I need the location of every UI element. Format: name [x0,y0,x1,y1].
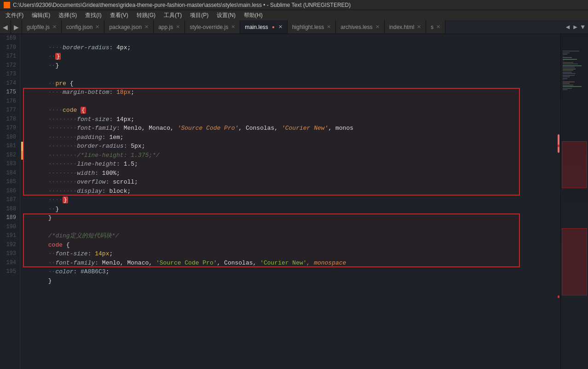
tab-close[interactable]: ✕ [375,24,380,30]
code-line-190[interactable]: /*ding定义的短代码块*/ [27,223,554,232]
minimap-highlight-1 [562,141,587,188]
line-num-182: 182 [2,151,16,160]
app-icon [4,2,10,8]
code-line-186[interactable]: ····} [27,187,554,196]
ml18 [563,78,567,79]
tab-scroll-right[interactable]: ▶ [572,23,578,31]
menu-select[interactable]: 选择(S) [55,11,81,20]
line-num-177: 177 [2,106,16,115]
code-line-173[interactable]: ··pre { [27,70,554,79]
tab-close[interactable]: ✕ [95,24,99,30]
menu-edit[interactable]: 编辑(E) [28,11,54,20]
tab-close[interactable]: ✕ [417,24,421,30]
code-line-184[interactable]: ········overflow: scroll; [27,169,554,178]
tab-package[interactable]: package.json ✕ [104,20,154,34]
tab-dropdown[interactable]: ▼ [580,23,586,31]
code-line-171[interactable]: ··} [27,52,554,61]
menu-help[interactable]: 帮助(H) [240,11,266,20]
scroll-error2 [558,295,559,298]
code-line-170[interactable]: ··} [27,43,554,52]
menu-view[interactable]: 查看(V) [106,11,132,20]
tab-highlightless[interactable]: highlight.less ✕ [288,20,336,34]
tab-label: style-override.js [190,24,228,30]
tab-close[interactable]: ✕ [436,24,440,30]
code-line-193[interactable]: ··font-family: Menlo, Monaco, 'Source Co… [27,249,554,259]
code-lines[interactable]: ····border-radius: 4px; ··} ··} ··pre { … [23,34,554,369]
line-num-170: 170 [2,43,16,52]
tab-close[interactable]: ✕ [52,24,57,30]
code-line-169[interactable]: ····border-radius: 4px; [27,34,554,43]
menu-tools[interactable]: 工具(T) [160,11,185,20]
tab-close[interactable]: ✕ [144,24,149,30]
tab-close[interactable]: ✕ [176,24,180,30]
line-num-184: 184 [2,169,16,178]
ml16 [563,75,575,76]
menu-find[interactable]: 查找(I) [81,11,105,20]
code-line-176[interactable]: ····code { [27,97,554,106]
ml17 [563,76,570,77]
code-line-181[interactable]: ········/*line-height: 1.375;*/ [27,142,554,151]
ml20 [563,81,575,82]
menu-project[interactable]: 项目(P) [186,11,212,20]
menu-settings[interactable]: 设置(N) [213,11,239,20]
title-text: C:\Users\92306\Documents\Gridea\themes\g… [13,2,351,8]
line-num-183: 183 [2,160,16,169]
tab-gulpfile[interactable]: gulpfile.js ✕ [22,20,62,34]
tab-next-button[interactable]: ▶ [11,20,22,34]
line-num-178: 178 [2,115,16,124]
tab-appjs[interactable]: app.js ✕ [154,20,185,34]
ml10 [563,65,582,66]
code-line-189[interactable] [27,213,554,223]
tab-end-buttons: ◀ ▶ ▼ [563,20,588,34]
line-num-187: 187 [2,196,16,205]
line-num-194: 194 [2,259,16,268]
tab-config[interactable]: config.json ✕ [62,20,104,34]
ml7 [563,60,564,61]
code-line-192[interactable]: ··font-size: 14px; [27,241,554,250]
code-line-178[interactable]: ········font-family: Menlo, Monaco, 'Sou… [27,115,554,124]
menu-goto[interactable]: 转跳(G) [133,11,159,20]
code-line-185[interactable]: ········display: block; [27,178,554,187]
tab-close[interactable]: ✕ [327,24,331,30]
minimap[interactable] [560,34,588,369]
line-num-188: 188 [2,205,16,214]
code-line-188[interactable]: } [27,205,554,214]
menu-bar: 文件(F) 编辑(E) 选择(S) 查找(I) 查看(V) 转跳(G) 工具(T… [0,10,588,20]
line-num-174: 174 [2,79,16,88]
code-line-174[interactable]: ····margin-bottom: 18px; [27,79,554,88]
tab-styleoverride[interactable]: style-override.js ✕ [185,20,240,34]
code-line-194[interactable]: ··color: #A8B6C3; [27,259,554,268]
ml12 [563,69,576,69]
tab-mainless[interactable]: main.less ● ✕ [240,20,288,34]
ml24 [563,88,572,89]
tab-s[interactable]: s ✕ [426,20,445,34]
tab-indexhtml[interactable]: index.html ✕ [385,20,427,34]
tab-scroll-left[interactable]: ◀ [565,23,571,31]
right-scrollbar[interactable] [554,34,560,369]
code-line-182[interactable]: ········line-height: 1.5; [27,151,554,160]
code-line-180[interactable]: ········border-radius: 5px; [27,133,554,142]
menu-file[interactable]: 文件(F) [2,11,27,20]
line-num-195: 195 [2,267,16,277]
tab-prev-button[interactable]: ◀ [0,20,11,34]
ml4 [563,56,564,57]
code-line-195[interactable]: } [27,267,554,277]
ml6 [563,59,577,60]
ml3 [563,54,567,55]
scroll-pos [558,134,559,153]
code-line-187[interactable]: ··} [27,196,554,205]
ml1 [563,51,579,52]
code-line-191[interactable]: code { [27,231,554,241]
code-line-175[interactable] [27,88,554,97]
code-line-172[interactable] [27,61,554,70]
line-num-181: 181 [2,142,16,151]
minimap-content [561,34,588,369]
code-line-179[interactable]: ········padding: 1em; [27,124,554,133]
code-line-177[interactable]: ········font-size: 14px; [27,106,554,115]
tab-close[interactable]: ✕ [278,24,282,30]
editor-area: 169 170 171 172 173 174 175 176 177 178 … [0,34,588,369]
code-line-183[interactable]: ········width: 100%; [27,160,554,169]
tab-close[interactable]: ✕ [231,24,235,30]
line-num-176: 176 [2,97,16,106]
tab-archivesless[interactable]: archives.less ✕ [336,20,384,34]
